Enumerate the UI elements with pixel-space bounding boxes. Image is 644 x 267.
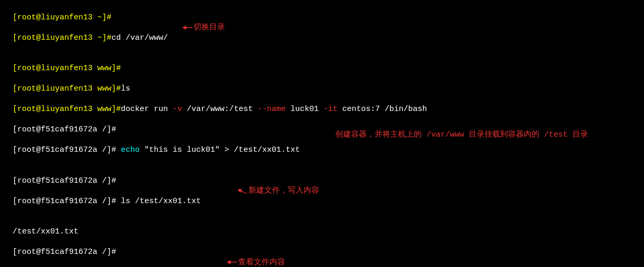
- command-text: luck01: [286, 105, 323, 114]
- command-text: cd /var/www/: [111, 34, 168, 42]
- terminal-line: [root@liuyanfen13 ~]#: [3, 2, 641, 23]
- terminal-line: [root@f51caf91672a /]#: [3, 237, 641, 258]
- annotation-arrow: ◂— 新建文件，写入内容: [236, 186, 319, 196]
- terminal-output: /test/xx01.txt: [3, 217, 641, 237]
- prompt: [root@liuyanfen13 ~]#: [13, 34, 111, 42]
- flag: -it: [323, 105, 337, 114]
- command-text: ls /test/xx01.txt: [116, 197, 201, 206]
- command-name: echo: [121, 146, 140, 154]
- flag: --name: [257, 105, 286, 114]
- annotation-label: 切换目录: [194, 23, 225, 33]
- prompt: [root@f51caf91672a /]#: [13, 197, 116, 206]
- terminal-line[interactable]: [root@liuyanfen13 www]#ls: [3, 74, 641, 94]
- command-text: "this is luck01" > /test/xx01.txt: [140, 146, 300, 154]
- command-text: ls: [121, 84, 130, 93]
- flag: -v: [173, 105, 182, 114]
- terminal-line[interactable]: [root@f51caf91672a /]# ls /test/xx01.txt…: [3, 186, 641, 217]
- annotation-label: 新建文件，写入内容: [248, 186, 319, 196]
- annotation-arrow: ◂— 切换目录: [181, 23, 225, 33]
- prompt: [root@f51caf91672a /]#: [13, 125, 116, 134]
- prompt: [root@f51caf91672a /]#: [13, 248, 116, 257]
- terminal-line[interactable]: [root@f51caf91672a /]# cat /test/xx01.tx…: [3, 258, 641, 268]
- terminal-line[interactable]: [root@liuyanfen13 ~]#cd /var/www/ ◂— 切换目…: [3, 23, 641, 53]
- terminal-line[interactable]: [root@liuyanfen13 www]#docker run -v /va…: [3, 94, 641, 115]
- command-text: docker run: [121, 105, 173, 114]
- arrow-left-icon: ◂—: [225, 258, 236, 266]
- arrow-icon: ◂—: [235, 185, 248, 197]
- prompt: [root@liuyanfen13 ~]#: [13, 13, 111, 22]
- command-text: centos:7 /bin/bash: [337, 105, 427, 114]
- prompt: [root@liuyanfen13 www]#: [13, 64, 121, 73]
- annotation-label: 查看文件内容: [238, 258, 285, 268]
- prompt: [root@liuyanfen13 www]#: [13, 105, 121, 114]
- terminal-line: [root@f51caf91672a /]#: [3, 165, 641, 186]
- prompt: [root@liuyanfen13 www]#: [13, 84, 121, 93]
- terminal-line[interactable]: [root@f51caf91672a /]# echo "this is luc…: [3, 135, 641, 166]
- arrow-left-icon: ◂—: [181, 24, 191, 32]
- output-text: /test/xx01.txt: [13, 227, 78, 236]
- prompt: [root@f51caf91672a /]#: [13, 146, 116, 154]
- prompt: [root@f51caf91672a /]#: [13, 176, 116, 185]
- terminal-line: [root@liuyanfen13 www]#: [3, 53, 641, 74]
- annotation-arrow: ◂— 查看文件内容: [225, 258, 285, 268]
- command-text: /var/www:/test: [182, 105, 257, 114]
- terminal-line: [root@f51caf91672a /]#: [3, 115, 641, 135]
